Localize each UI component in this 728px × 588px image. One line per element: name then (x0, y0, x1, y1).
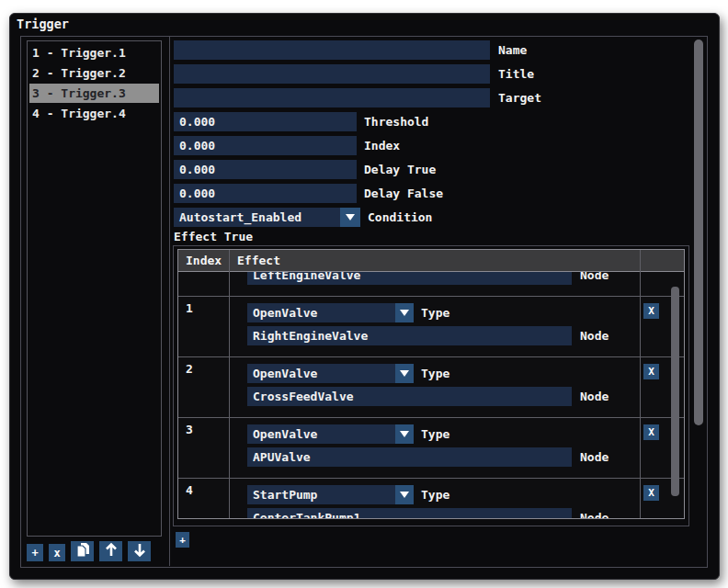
add-trigger-button[interactable]: + (27, 544, 43, 561)
effect-table-body: TypeNodeX1OpenValveTypeNodeX2OpenValveTy… (178, 272, 684, 518)
condition-dropdown[interactable]: Autostart_Enabled (174, 208, 360, 227)
effect-row: TypeNodeX (178, 272, 684, 298)
arrow-down-icon (132, 542, 147, 560)
type-label: Type (421, 367, 449, 380)
effect-node-input[interactable] (247, 326, 572, 345)
form-row: Title (174, 64, 541, 84)
effect-row-index: 3 (186, 423, 193, 436)
delay-true-input[interactable] (174, 160, 357, 179)
effect-type-row: OpenValveType (247, 364, 449, 383)
form-row: Delay True (174, 160, 541, 179)
move-trigger-up-button[interactable] (99, 541, 122, 561)
effect-node-input[interactable] (247, 508, 572, 518)
chevron-down-icon[interactable] (395, 485, 414, 504)
delete-trigger-button[interactable]: x (49, 544, 65, 561)
effect-type-dropdown[interactable]: StartPump (247, 485, 414, 504)
form-row: Index (174, 136, 541, 155)
type-label: Type (421, 306, 449, 320)
remove-effect-button[interactable]: X (643, 485, 659, 501)
add-effect-button[interactable]: + (176, 532, 189, 548)
type-label: Type (421, 488, 449, 502)
row-divider (178, 478, 684, 479)
remove-effect-button[interactable]: X (643, 364, 659, 379)
effect-node-row: Node (247, 326, 609, 345)
field-label: Title (498, 67, 534, 81)
effect-type-value: OpenValve (247, 364, 395, 383)
field-label: Index (364, 139, 400, 153)
remove-effect-button[interactable]: X (643, 303, 659, 319)
column-header-index: Index (178, 254, 229, 267)
effect-table-scrollbar[interactable] (671, 287, 679, 496)
node-label: Node (580, 329, 609, 343)
field-label: Delay True (364, 163, 436, 176)
effect-type-row: OpenValveType (247, 424, 449, 444)
chevron-down-icon[interactable] (395, 364, 414, 383)
effect-row: 1OpenValveTypeNodeX (178, 298, 684, 358)
effect-type-value: StartPump (247, 485, 395, 504)
chevron-down-icon[interactable] (340, 208, 360, 227)
trigger-detail-panel: NameTitleTargetThresholdIndexDelay TrueD… (169, 36, 707, 566)
threshold-input[interactable] (174, 112, 357, 131)
chevron-down-icon[interactable] (395, 303, 414, 322)
effect-type-dropdown[interactable]: OpenValve (247, 424, 414, 444)
column-header-effect: Effect (229, 254, 280, 267)
chevron-down-icon[interactable] (395, 424, 414, 444)
panel-scrollbar[interactable] (694, 40, 703, 425)
effect-node-row: Node (247, 387, 609, 406)
effect-row: 4StartPumpTypeNodeX (178, 480, 684, 518)
row-divider (178, 356, 684, 357)
effect-type-dropdown[interactable]: OpenValve (247, 364, 414, 383)
effect-row-index: 1 (186, 301, 193, 315)
copy-pages-icon (75, 542, 90, 560)
row-divider (178, 417, 684, 418)
node-label: Node (580, 450, 609, 464)
effect-row-index: 2 (186, 362, 193, 376)
effect-type-dropdown[interactable]: OpenValve (247, 303, 414, 322)
effect-table: Index Effect TypeNodeX1OpenValveTypeNode… (177, 249, 685, 519)
effect-node-input[interactable] (247, 387, 572, 406)
trigger-list-item[interactable]: 2 - Trigger.2 (29, 63, 159, 83)
effect-row-index: 4 (186, 483, 193, 497)
form-row: Autostart_EnabledCondition (174, 208, 541, 227)
effect-type-row: OpenValveType (247, 303, 449, 322)
name-input[interactable] (174, 40, 490, 60)
effect-table-header: Index Effect (178, 250, 684, 272)
trigger-list-item[interactable]: 4 - Trigger.4 (29, 104, 159, 123)
effect-node-row: Node (247, 447, 609, 467)
effect-node-row: Node (247, 508, 609, 518)
field-label: Name (498, 43, 527, 57)
field-label: Target (498, 91, 541, 105)
form-row: Name (174, 40, 541, 60)
remove-effect-button[interactable]: X (643, 424, 659, 440)
effect-type-row: StartPumpType (247, 485, 449, 504)
effect-true-group: Index Effect TypeNodeX1OpenValveTypeNode… (173, 245, 689, 526)
form-row: Target (174, 88, 541, 107)
node-label: Node (580, 272, 609, 282)
arrow-up-icon (104, 542, 119, 560)
node-label: Node (580, 511, 609, 518)
node-label: Node (580, 390, 609, 403)
trigger-list-item[interactable]: 1 - Trigger.1 (29, 43, 159, 62)
copy-trigger-button[interactable] (71, 541, 94, 561)
effect-node-input[interactable] (247, 447, 572, 467)
column-divider (229, 250, 230, 518)
effect-type-value: OpenValve (247, 303, 395, 322)
trigger-list-item[interactable]: 3 - Trigger.3 (29, 84, 159, 103)
effect-true-section-label: Effect True (174, 230, 253, 243)
effect-row: 3OpenValveTypeNodeX (178, 419, 684, 480)
form-row: Delay False (174, 184, 541, 203)
trigger-list-toolbar: + x (27, 540, 151, 561)
target-input[interactable] (174, 88, 490, 107)
title-input[interactable] (174, 64, 490, 84)
effect-row: 2OpenValveTypeNodeX (178, 358, 684, 419)
effect-node-row: Node (247, 272, 609, 285)
delay-false-input[interactable] (174, 184, 357, 203)
effect-rows: TypeNodeX1OpenValveTypeNodeX2OpenValveTy… (178, 272, 684, 518)
index-input[interactable] (174, 136, 357, 155)
move-trigger-down-button[interactable] (128, 541, 151, 561)
effect-type-value: OpenValve (247, 424, 395, 444)
condition-value: Autostart_Enabled (174, 208, 340, 227)
row-divider (178, 296, 684, 297)
effect-node-input[interactable] (247, 272, 572, 285)
field-label: Threshold (364, 115, 428, 129)
